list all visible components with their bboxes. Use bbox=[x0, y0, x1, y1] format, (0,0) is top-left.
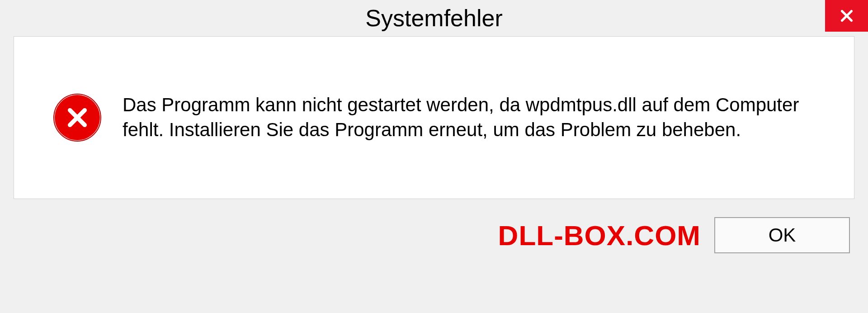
titlebar: Systemfehler bbox=[0, 0, 868, 36]
dialog-title: Systemfehler bbox=[365, 5, 502, 32]
watermark-text: DLL-BOX.COM bbox=[498, 219, 701, 251]
error-dialog: Systemfehler Das Programm kann nicht ges… bbox=[0, 0, 868, 313]
close-button[interactable] bbox=[825, 0, 868, 32]
error-message: Das Programm kann nicht gestartet werden… bbox=[123, 93, 836, 142]
content-area: Das Programm kann nicht gestartet werden… bbox=[14, 36, 854, 199]
close-icon bbox=[839, 8, 855, 24]
dialog-footer: DLL-BOX.COM OK bbox=[0, 199, 868, 267]
ok-button[interactable]: OK bbox=[714, 217, 850, 253]
error-icon bbox=[55, 95, 100, 140]
